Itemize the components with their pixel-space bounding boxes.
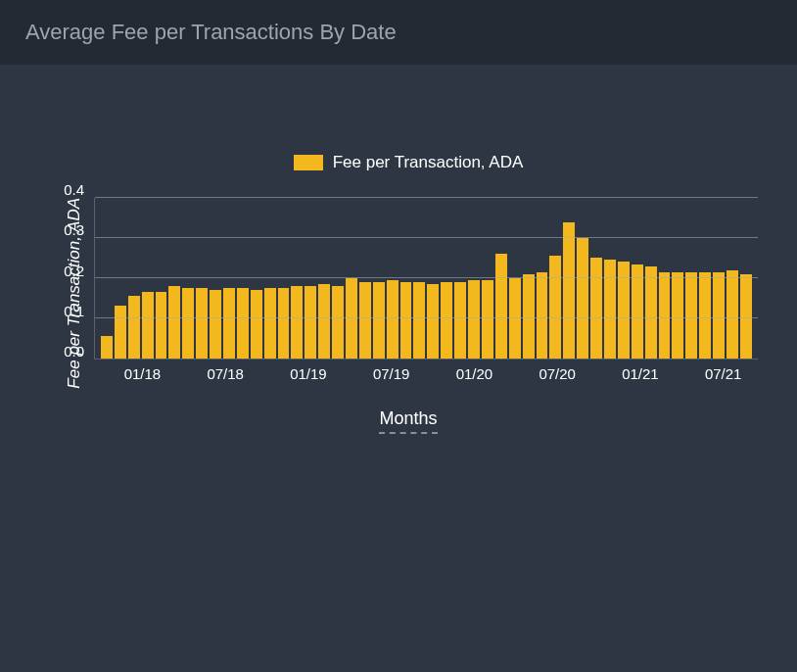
x-axis: 01/1807/1801/1907/1901/2007/2001/2107/21 — [94, 360, 758, 389]
bar[interactable] — [590, 258, 602, 358]
bar[interactable] — [509, 278, 521, 359]
grid-line — [95, 237, 758, 238]
bar[interactable] — [210, 290, 221, 359]
bar[interactable] — [549, 256, 561, 358]
bar[interactable] — [332, 286, 344, 359]
bar[interactable] — [413, 282, 425, 359]
grid-line — [95, 197, 758, 198]
plot-outer: Fee per Transaction, ADA 0.40.30.20.10.0… — [59, 198, 758, 389]
bar[interactable] — [740, 274, 752, 359]
panel-header: Average Fee per Transactions By Date — [0, 0, 797, 65]
x-tick: 07/20 — [539, 365, 576, 382]
chart-legend: Fee per Transaction, ADA — [59, 153, 758, 172]
bar[interactable] — [223, 288, 235, 359]
bar[interactable] — [699, 272, 711, 359]
bar[interactable] — [685, 272, 697, 359]
bar[interactable] — [495, 254, 507, 358]
legend-swatch — [294, 155, 323, 170]
bar[interactable] — [182, 288, 194, 359]
bar[interactable] — [400, 282, 412, 359]
bar[interactable] — [523, 274, 535, 359]
bar[interactable] — [659, 272, 671, 359]
bar[interactable] — [346, 278, 357, 359]
bar[interactable] — [563, 222, 575, 359]
bar[interactable] — [468, 280, 480, 359]
bar[interactable] — [291, 286, 303, 359]
grid-line — [95, 317, 758, 318]
bar[interactable] — [727, 270, 738, 359]
bar[interactable] — [427, 284, 439, 359]
bar[interactable] — [237, 288, 249, 359]
bar[interactable] — [305, 286, 316, 359]
x-tick: 01/19 — [290, 365, 327, 382]
bar[interactable] — [128, 296, 140, 358]
bar[interactable] — [373, 282, 385, 359]
x-tick: 07/21 — [705, 365, 742, 382]
x-tick: 07/18 — [207, 365, 244, 382]
bar[interactable] — [454, 282, 466, 359]
x-axis-label-wrap: Months — [59, 408, 758, 434]
x-axis-label[interactable]: Months — [379, 408, 437, 434]
x-tick: 01/20 — [456, 365, 493, 382]
bar[interactable] — [115, 306, 126, 358]
bar[interactable] — [645, 266, 657, 359]
bar[interactable] — [577, 238, 588, 359]
bar[interactable] — [441, 282, 452, 359]
grid-line — [95, 277, 758, 278]
bar[interactable] — [142, 292, 154, 359]
panel-title: Average Fee per Transactions By Date — [25, 20, 397, 44]
bar[interactable] — [672, 272, 683, 359]
bar[interactable] — [318, 284, 330, 359]
bar[interactable] — [482, 280, 493, 359]
x-tick: 01/21 — [622, 365, 659, 382]
x-tick: 01/18 — [124, 365, 162, 382]
bar[interactable] — [101, 336, 113, 359]
bar[interactable] — [537, 272, 548, 359]
bar[interactable] — [604, 260, 616, 358]
bar[interactable] — [156, 292, 167, 359]
bar[interactable] — [359, 282, 371, 359]
bar[interactable] — [632, 264, 643, 359]
bar[interactable] — [264, 288, 276, 359]
bar[interactable] — [278, 288, 290, 359]
y-axis: 0.40.30.20.10.0 — [84, 198, 94, 360]
bar[interactable] — [713, 272, 725, 359]
x-tick: 07/19 — [373, 365, 410, 382]
bar[interactable] — [196, 288, 208, 359]
plot-area — [94, 198, 758, 360]
legend-label: Fee per Transaction, ADA — [333, 153, 524, 172]
bar[interactable] — [387, 280, 398, 359]
bar[interactable] — [251, 290, 262, 359]
bar[interactable] — [168, 286, 180, 359]
chart-container: Fee per Transaction, ADA Fee per Transac… — [0, 65, 797, 454]
